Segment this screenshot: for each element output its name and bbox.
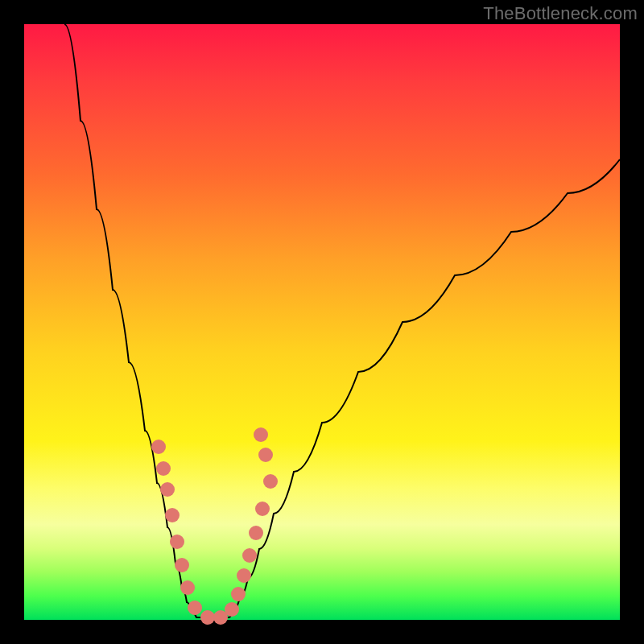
bottleneck-curve (64, 24, 620, 617)
data-dots-group (151, 427, 278, 625)
data-dot (180, 580, 195, 595)
data-dot (170, 535, 184, 549)
data-dot (225, 602, 239, 617)
data-dot (151, 440, 166, 454)
data-dot (231, 587, 246, 601)
bottleneck-curve-svg (24, 24, 620, 620)
watermark-text: TheBottleneck.com (483, 3, 638, 24)
data-dot (254, 427, 268, 442)
data-dot (237, 568, 251, 583)
data-dot (242, 548, 257, 563)
data-dot (188, 601, 202, 615)
data-dot (175, 558, 189, 572)
data-dot (165, 508, 180, 522)
data-dot (255, 502, 270, 516)
data-dot (200, 610, 215, 625)
data-dot (249, 526, 263, 540)
data-dot (263, 474, 278, 489)
data-dot (258, 448, 273, 462)
data-dot (156, 461, 171, 476)
data-dot (160, 482, 175, 497)
